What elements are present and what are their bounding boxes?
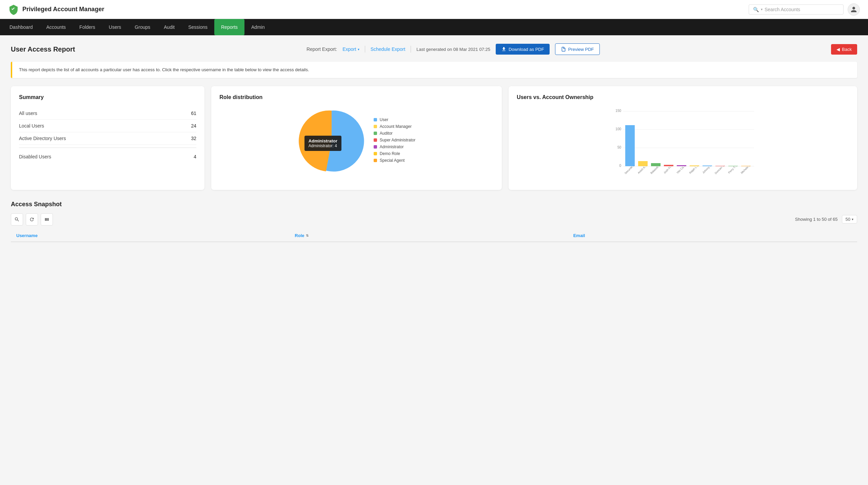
refresh-icon bbox=[29, 217, 35, 222]
download-pdf-button[interactable]: Download as PDF bbox=[496, 44, 550, 55]
legend-dot-administrator bbox=[374, 145, 377, 149]
summary-row-all-users: All users 61 bbox=[19, 107, 196, 120]
summary-value-all-users: 61 bbox=[191, 111, 197, 116]
toolbar-left bbox=[11, 213, 53, 226]
summary-card: Summary All users 61 Local Users 24 Acti… bbox=[11, 86, 204, 190]
app-header: Privileged Account Manager 🔍 ▾ Search Ac… bbox=[0, 0, 868, 19]
cards-row: Summary All users 61 Local Users 24 Acti… bbox=[11, 86, 857, 190]
access-snapshot-title: Access Snapshot bbox=[11, 201, 857, 208]
role-distribution-card: Role distribution bbox=[211, 86, 502, 190]
search-icon bbox=[14, 217, 20, 222]
preview-icon bbox=[561, 46, 566, 52]
bar-chart-svg: 150 100 50 0 Securde... Anish K... bbox=[517, 107, 849, 175]
divider-2 bbox=[411, 46, 411, 53]
app-logo: Privileged Account Manager bbox=[8, 4, 104, 15]
svg-text:50: 50 bbox=[617, 146, 622, 149]
main-content: User Access Report Report Export: Export… bbox=[0, 35, 868, 250]
nav-item-accounts[interactable]: Accounts bbox=[40, 19, 73, 35]
search-icon: 🔍 bbox=[753, 7, 759, 12]
svg-text:Duncan ...: Duncan ... bbox=[714, 164, 725, 175]
info-text: This report depicts the list of all acco… bbox=[19, 67, 309, 72]
legend-dot-user bbox=[374, 118, 377, 121]
app-title: Privileged Account Manager bbox=[22, 6, 104, 13]
search-dropdown-icon: ▾ bbox=[761, 7, 763, 11]
schedule-export-link[interactable]: Schedule Export bbox=[371, 46, 406, 52]
user-avatar-icon bbox=[850, 6, 857, 13]
nav-item-admin[interactable]: Admin bbox=[244, 19, 272, 35]
info-banner: This report depicts the list of all acco… bbox=[11, 62, 857, 78]
report-title: User Access Report bbox=[11, 45, 75, 53]
column-header-username[interactable]: Username bbox=[16, 233, 295, 238]
legend-dot-special-agent bbox=[374, 159, 377, 162]
nav-item-groups[interactable]: Groups bbox=[128, 19, 157, 35]
nav-item-users[interactable]: Users bbox=[102, 19, 128, 35]
bar-chart-title: Users vs. Account Ownership bbox=[517, 94, 849, 100]
user-menu-button[interactable] bbox=[848, 3, 860, 16]
back-button[interactable]: ◀ Back bbox=[831, 44, 857, 55]
report-header: User Access Report Report Export: Export… bbox=[11, 43, 857, 55]
nav-bar: Dashboard Accounts Folders Users Groups … bbox=[0, 19, 868, 35]
pie-svg bbox=[298, 107, 366, 175]
nav-item-reports[interactable]: Reports bbox=[214, 19, 244, 35]
refresh-button[interactable] bbox=[26, 213, 38, 226]
legend-label-user: User bbox=[380, 117, 388, 122]
summary-row-ad-users: Active Directory Users 32 bbox=[19, 132, 196, 145]
per-page-chevron-icon: ▾ bbox=[852, 217, 853, 221]
nav-item-sessions[interactable]: Sessions bbox=[181, 19, 214, 35]
legend-item-super-admin: Super Administrator bbox=[374, 138, 415, 142]
legend-label-administrator: Administrator bbox=[380, 144, 404, 149]
column-label-username: Username bbox=[16, 233, 38, 238]
pie-chart: Administrator Administrator: 4 bbox=[298, 107, 366, 175]
search-placeholder: Search Accounts bbox=[765, 7, 800, 12]
columns-button[interactable] bbox=[41, 213, 53, 226]
pie-chart-container: Administrator Administrator: 4 User Acco… bbox=[219, 107, 494, 175]
nav-item-folders[interactable]: Folders bbox=[73, 19, 102, 35]
per-page-select[interactable]: 50 ▾ bbox=[842, 215, 857, 224]
summary-value-disabled-users: 4 bbox=[194, 154, 196, 159]
svg-text:150: 150 bbox=[615, 109, 621, 113]
legend-item-demo-role: Demo Role bbox=[374, 151, 415, 156]
legend-label-special-agent: Special Agent bbox=[380, 158, 405, 163]
nav-item-audit[interactable]: Audit bbox=[157, 19, 181, 35]
column-header-role[interactable]: Role ⇅ bbox=[295, 233, 573, 238]
legend-dot-super-admin bbox=[374, 138, 377, 142]
svg-text:0: 0 bbox=[619, 164, 621, 168]
legend-label-auditor: Auditor bbox=[380, 131, 393, 136]
bar-chart-card: Users vs. Account Ownership 150 100 50 0 bbox=[509, 86, 857, 190]
legend-label-demo-role: Demo Role bbox=[380, 151, 400, 156]
summary-label-ad-users: Active Directory Users bbox=[19, 136, 66, 141]
nav-item-dashboard[interactable]: Dashboard bbox=[3, 19, 40, 35]
summary-value-ad-users: 32 bbox=[191, 136, 197, 141]
logo-icon bbox=[8, 4, 19, 15]
back-arrow-icon: ◀ bbox=[836, 47, 840, 52]
summary-value-local-users: 24 bbox=[191, 123, 197, 129]
legend-item-special-agent: Special Agent bbox=[374, 158, 415, 163]
showing-text: Showing 1 to 50 of 65 bbox=[795, 217, 838, 222]
legend-item-account-manager: Account Manager bbox=[374, 124, 415, 129]
column-label-role: Role bbox=[295, 233, 304, 238]
pie-legend: User Account Manager Auditor Super Admin… bbox=[374, 117, 415, 165]
legend-label-account-manager: Account Manager bbox=[380, 124, 412, 129]
summary-divider bbox=[19, 148, 196, 148]
columns-icon bbox=[44, 217, 50, 222]
report-actions: Report Export: Export ▾ Schedule Export … bbox=[307, 43, 600, 55]
svg-text:100: 100 bbox=[615, 127, 621, 131]
search-button[interactable] bbox=[11, 213, 23, 226]
download-btn-label: Download as PDF bbox=[509, 47, 544, 52]
header-right: 🔍 ▾ Search Accounts bbox=[749, 3, 860, 16]
preview-pdf-button[interactable]: Preview PDF bbox=[555, 43, 600, 55]
bar-chart-area: 150 100 50 0 Securde... Anish K... bbox=[517, 107, 849, 182]
legend-item-auditor: Auditor bbox=[374, 131, 415, 136]
per-page-value: 50 bbox=[846, 217, 850, 222]
last-generated-text: Last generated on 08 Mar 2021 07:25 bbox=[416, 47, 490, 52]
search-bar[interactable]: 🔍 ▾ Search Accounts bbox=[749, 4, 844, 15]
export-link-text: Export bbox=[342, 46, 356, 52]
divider-1 bbox=[365, 46, 365, 53]
svg-rect-8 bbox=[625, 125, 635, 166]
role-distribution-title: Role distribution bbox=[219, 94, 494, 100]
legend-item-user: User bbox=[374, 117, 415, 122]
column-header-email[interactable]: Email bbox=[573, 233, 852, 238]
legend-dot-demo-role bbox=[374, 152, 377, 155]
export-link[interactable]: Export ▾ bbox=[342, 46, 359, 52]
summary-label-all-users: All users bbox=[19, 111, 37, 116]
